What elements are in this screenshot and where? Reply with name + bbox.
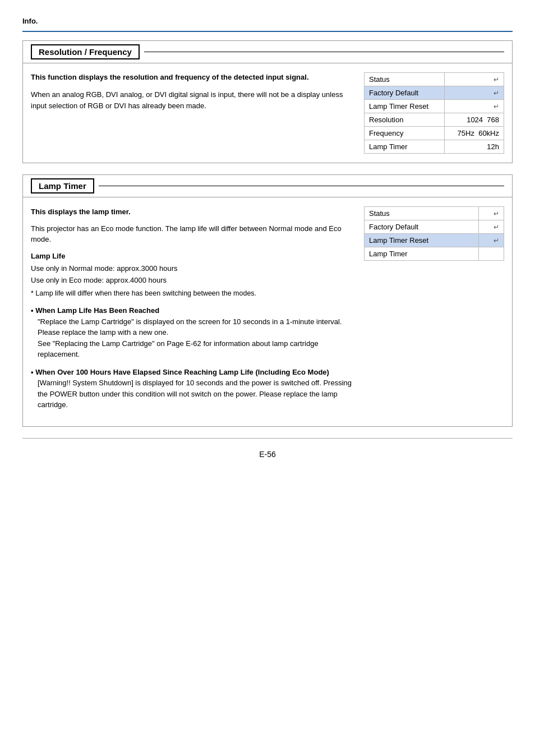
top-divider bbox=[22, 31, 513, 32]
bullet-item: • When Over 100 Hours Have Elapsed Since… bbox=[31, 367, 353, 411]
table-cell-value: 1024 768 bbox=[444, 113, 504, 127]
table-row: Frequency75Hz 60kHz bbox=[365, 127, 504, 140]
asterisk-note: * Lamp life will differ when there has b… bbox=[31, 288, 353, 299]
table-cell-value: ↵ bbox=[479, 234, 504, 247]
resolution-section: Resolution / Frequency This function dis… bbox=[22, 40, 513, 163]
enter-icon: ↵ bbox=[494, 103, 499, 110]
resolution-title: Resolution / Frequency bbox=[31, 44, 140, 59]
enter-icon: ↵ bbox=[494, 210, 499, 218]
page-header: Info. bbox=[22, 17, 513, 25]
table-cell-label: Lamp Timer bbox=[365, 140, 445, 154]
enter-icon: ↵ bbox=[494, 76, 499, 84]
table-row: Lamp Timer 12h bbox=[365, 140, 504, 154]
lamp-life-line: Use only in Normal mode: approx.3000 hou… bbox=[31, 263, 353, 275]
lamp-content: This displays the lamp timer. This proje… bbox=[23, 197, 512, 426]
table-row: Status↵ bbox=[365, 207, 504, 220]
table-row: Lamp Timer Reset↵ bbox=[365, 234, 504, 247]
resolution-body: When an analog RGB, DVI analog, or DVI d… bbox=[31, 89, 353, 111]
table-row: Factory Default↵ bbox=[365, 86, 504, 100]
table-cell-value: ↵ bbox=[444, 100, 504, 113]
resolution-text: This function displays the resolution an… bbox=[31, 72, 353, 154]
lamp-bullets: • When Lamp Life Has Been Reached"Replac… bbox=[31, 305, 353, 411]
bullet-text: See "Replacing the Lamp Cartridge" on Pa… bbox=[31, 338, 353, 360]
table-cell-label: Frequency bbox=[365, 127, 445, 140]
table-cell-value: ↵ bbox=[444, 73, 504, 86]
table-cell-label: Status bbox=[365, 207, 479, 220]
table-row: Lamp Timer bbox=[365, 247, 504, 261]
resolution-intro: This function displays the resolution an… bbox=[31, 72, 353, 82]
table-cell-value: ↵ bbox=[479, 207, 504, 220]
lamp-table-container: Status↵Factory Default↵Lamp Timer Reset↵… bbox=[364, 206, 504, 417]
lamp-body: This projector has an Eco mode function.… bbox=[31, 223, 353, 245]
enter-icon: ↵ bbox=[494, 89, 499, 97]
enter-icon: ↵ bbox=[494, 223, 499, 231]
table-cell-label: Lamp Timer Reset bbox=[365, 234, 479, 247]
lamp-life-details: Use only in Normal mode: approx.3000 hou… bbox=[31, 263, 353, 287]
table-cell-label: Lamp Timer bbox=[365, 247, 479, 261]
table-cell-value: ↵ bbox=[444, 86, 504, 100]
table-cell-label: Status bbox=[365, 73, 445, 86]
bottom-divider bbox=[22, 438, 513, 439]
table-cell-value: 12h bbox=[444, 140, 504, 154]
page-footer: E-56 bbox=[22, 450, 513, 459]
enter-icon: ↵ bbox=[494, 237, 499, 245]
bullet-text: Please replace the lamp with a new one. bbox=[31, 327, 353, 338]
lamp-intro: This displays the lamp timer. bbox=[31, 206, 353, 218]
table-row: Resolution1024 768 bbox=[365, 113, 504, 127]
lamp-title-line bbox=[99, 186, 504, 186]
resolution-title-bar: Resolution / Frequency bbox=[23, 41, 512, 63]
bullet-title: • When Lamp Life Has Been Reached bbox=[31, 306, 159, 315]
resolution-content: This function displays the resolution an… bbox=[23, 63, 512, 163]
table-cell-label: Factory Default bbox=[365, 86, 445, 100]
lamp-life-line: Use only in Eco mode: approx.4000 hours bbox=[31, 275, 353, 287]
bullet-title: • When Over 100 Hours Have Elapsed Since… bbox=[31, 368, 329, 376]
table-cell-label: Lamp Timer Reset bbox=[365, 100, 445, 113]
table-cell-value: 75Hz 60kHz bbox=[444, 127, 504, 140]
table-cell-value: ↵ bbox=[479, 220, 504, 234]
lamp-timer-title: Lamp Timer bbox=[31, 178, 94, 193]
lamp-timer-title-bar: Lamp Timer bbox=[23, 175, 512, 197]
page-number: E-56 bbox=[259, 450, 276, 459]
title-line bbox=[144, 52, 504, 52]
lamp-life-title: Lamp Life bbox=[31, 251, 353, 262]
bullet-item: • When Lamp Life Has Been Reached"Replac… bbox=[31, 305, 353, 360]
lamp-timer-section: Lamp Timer This displays the lamp timer.… bbox=[22, 174, 513, 427]
lamp-text: This displays the lamp timer. This proje… bbox=[31, 206, 353, 417]
resolution-table-container: Status↵Factory Default↵Lamp Timer Reset↵… bbox=[364, 72, 504, 154]
table-cell-value bbox=[479, 247, 504, 261]
lamp-table: Status↵Factory Default↵Lamp Timer Reset↵… bbox=[364, 206, 504, 261]
bullet-text: "Replace the Lamp Cartridge" is displaye… bbox=[31, 316, 353, 328]
table-row: Status↵ bbox=[365, 73, 504, 86]
header-label: Info. bbox=[22, 17, 38, 25]
table-row: Lamp Timer Reset↵ bbox=[365, 100, 504, 113]
resolution-table: Status↵Factory Default↵Lamp Timer Reset↵… bbox=[364, 72, 504, 154]
table-cell-label: Factory Default bbox=[365, 220, 479, 234]
bullet-text: [Warning!! System Shutdown] is displayed… bbox=[31, 377, 353, 411]
table-row: Factory Default↵ bbox=[365, 220, 504, 234]
table-cell-label: Resolution bbox=[365, 113, 445, 127]
